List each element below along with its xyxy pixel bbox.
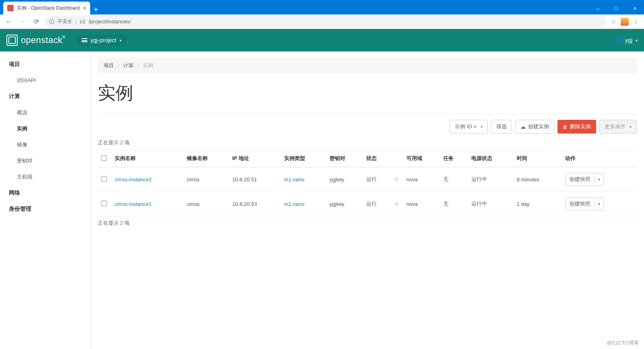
cell-power: 运行中 [468,167,514,192]
brand-text: openstack [21,35,62,45]
extension-icon[interactable] [621,18,629,26]
sidebar-item-hostgroups[interactable]: 主机组 [0,169,90,185]
star-icon[interactable]: ☆ [609,18,618,25]
snapshot-button[interactable]: 创建快照 [565,173,595,186]
close-icon[interactable]: × [83,5,86,11]
sidebar-item-compute[interactable]: 计算 [0,88,90,105]
col-status: 状态 [363,150,391,167]
col-az: 可用域 [403,150,440,167]
filter-button[interactable]: 筛选 [491,120,512,133]
sidebar-item-instances[interactable]: 实例 [0,121,90,137]
cell-image: cirros [184,192,229,216]
more-label: 更多操作 [605,123,625,130]
cell-image: cirros [184,167,229,192]
breadcrumb: 项目 / 计算 / 实例 [98,58,637,73]
filter-field-label: 示例 ID = [455,123,477,130]
cell-task: 无 [440,167,468,192]
cell-ip: 10.8.20.53 [229,192,281,216]
cell-ip: 10.8.20.51 [229,167,281,192]
filter-field-dropdown[interactable]: 示例 ID = [450,120,488,133]
col-actions: 动作 [562,150,637,167]
cell-az: nova [403,192,440,216]
window-maximize[interactable]: ☐ [607,2,625,14]
sidebar-item-keypairs[interactable]: 密钥对 [0,153,90,169]
cell-status-icon: ⟳ [391,192,403,216]
hamburger-icon [82,38,87,42]
window-close[interactable]: ✕ [625,2,644,14]
chevron-down-icon: ▾ [120,38,122,43]
flavor-link[interactable]: m1.nano [284,201,305,207]
col-power: 电源状态 [468,150,514,167]
col-flavor: 实例类型 [281,150,326,167]
browser-tab-bar: 实例 - OpenStack Dashboard × + — ☐ ✕ [0,0,644,14]
breadcrumb-project[interactable]: 项目 [103,62,114,68]
cell-keypair: ygjkey [326,167,363,192]
snapshot-button[interactable]: 创建快照 [565,197,595,210]
cell-task: 无 [440,192,468,216]
sidebar-item-project[interactable]: 项目 [0,56,90,72]
create-instance-button[interactable]: 创建实例 [515,120,554,133]
project-name: ygj-project [91,37,117,43]
cell-time: 1 day [514,192,562,216]
project-selector[interactable]: ygj-project ▾ [77,35,127,46]
app-header: openstack® ygj-project ▾ 👤 ygj ▾ [0,29,644,51]
row-checkbox[interactable] [101,176,107,182]
row-checkbox[interactable] [101,201,107,206]
cloud-icon [520,124,526,130]
sidebar-item-identity[interactable]: 身份管理 [0,201,90,217]
delete-instance-button[interactable]: 删除实例 [557,120,596,133]
col-image: 镜像名称 [184,150,229,167]
url-input[interactable]: ⓘ 不安全 | c1/project/instances/ [44,16,606,27]
flavor-link[interactable]: m1.nano [284,177,305,183]
user-icon: 👤 [615,37,622,43]
delete-label: 删除实例 [570,123,591,130]
new-tab-button[interactable]: + [90,5,101,14]
row-actions-dropdown[interactable]: ▾ [595,197,604,210]
instances-table: 实例名称 镜像名称 IP 地址 实例类型 密钥对 状态 可用域 任务 电源状态 … [98,150,637,216]
col-time: 时间 [514,150,562,167]
page-title: 实例 [98,81,637,114]
window-minimize[interactable]: — [588,2,607,14]
sidebar-item-overview[interactable]: 概况 [0,105,90,121]
sidebar-item-api[interactable]: 访问API [0,72,90,88]
cell-time: 8 minutes [514,167,562,192]
col-keypair: 密钥对 [326,150,363,167]
tab-favicon [7,5,14,11]
info-icon: ⓘ [49,18,54,25]
reload-button[interactable]: ⟳ [31,16,42,27]
breadcrumb-current: 实例 [143,62,153,68]
col-ip: IP 地址 [229,150,281,167]
browser-tab[interactable]: 实例 - OpenStack Dashboard × [3,2,90,14]
forward-button[interactable]: → [17,16,28,27]
col-task: 任务 [440,150,468,167]
user-name: ygj [625,37,632,43]
address-bar: ← → ⟳ ⓘ 不安全 | c1/project/instances/ ☆ ⋮ [0,14,644,29]
col-name: 实例名称 [111,150,184,167]
url-path: /project/instances/ [89,18,131,25]
watermark: @51CTO博客 [607,339,639,347]
more-actions-dropdown[interactable]: 更多操作 [599,120,637,133]
back-button[interactable]: ← [3,16,14,27]
cell-status: 运行 [363,167,391,192]
instance-name-link[interactable]: cirros-instance2 [115,177,152,183]
select-all-checkbox[interactable] [101,155,107,161]
browser-menu-icon[interactable]: ⋮ [631,18,641,25]
trash-icon [563,124,568,130]
instance-name-link[interactable]: cirros-instance1 [115,201,152,207]
breadcrumb-compute[interactable]: 计算 [123,62,134,68]
item-count-bottom: 正在显示 2 项 [98,220,637,227]
table-row: cirros-instance1 cirros 10.8.20.53 m1.na… [98,192,637,216]
logo-icon [6,35,18,46]
app-logo[interactable]: openstack® [6,35,66,46]
chevron-down-icon: ▾ [636,38,638,43]
url-host: c1 [80,18,85,25]
sidebar-item-network[interactable]: 网络 [0,185,90,201]
table-row: cirros-instance2 cirros 10.8.20.51 m1.na… [98,167,637,192]
cell-az: nova [403,167,440,192]
cell-status-icon: ⟳ [391,167,403,192]
cell-keypair: ygjkey [326,192,363,216]
row-actions-dropdown[interactable]: ▾ [595,173,604,186]
user-menu[interactable]: 👤 ygj ▾ [615,37,638,43]
sidebar-item-images[interactable]: 镜像 [0,137,90,153]
cell-status: 运行 [363,192,391,216]
